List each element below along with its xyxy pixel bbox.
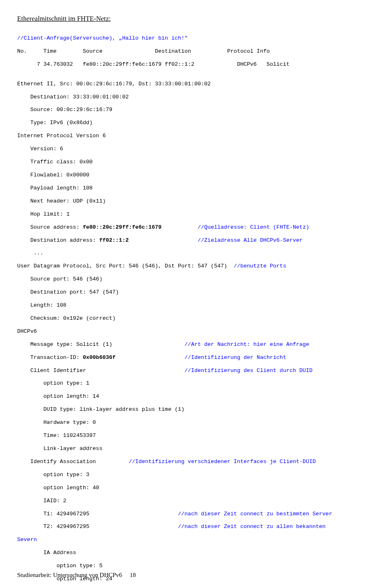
code-line: T2: 4294967295 //nach dieser Zeit connec… [17, 523, 375, 530]
comment-inline: //Identifizierung verschiedener Interfac… [129, 459, 316, 465]
comment-line: Severn [17, 537, 375, 543]
transaction-id-value: 0x00b6036f [83, 354, 116, 361]
code-line: DUID type: link-layer address plus time … [17, 406, 375, 413]
code-line: Transaction-ID: 0x00b6036f //Identifizie… [17, 354, 375, 361]
code-line: Type: IPv6 (0x86dd) [17, 120, 375, 126]
code-line: Length: 108 [17, 302, 375, 309]
code-line: Time: 1102453397 [17, 432, 375, 439]
source-address-value: fe80::20c:29ff:fe6c:1679 [83, 224, 162, 230]
code-line: Destination port: 547 (547) [17, 289, 375, 296]
code-line: Payload length: 108 [17, 185, 375, 192]
code-line: Internet Protocol Version 6 [17, 133, 375, 139]
code-line: Flowlabel: 0x00000 [17, 172, 375, 178]
section-heading: Etherealmitschnitt im FHTE-Netz: [17, 15, 375, 23]
code-line: Traffic class: 0x00 [17, 159, 375, 165]
code-line: Message type: Solicit (1) //Art der Nach… [17, 341, 375, 348]
comment-inline: //Quelladresse: Client (FHTE-Netz) [198, 224, 309, 230]
code-line: Ethernet II, Src: 00:0c:29:6c:16:79, Dst… [17, 81, 375, 87]
code-line: option type: 1 [17, 380, 375, 387]
code-line: option type: 5 [17, 563, 375, 569]
code-line: Identify Association //Identifizierung v… [17, 459, 375, 465]
code-line: Link-layer address [17, 445, 375, 452]
comment-inline: //benutzte Ports [234, 263, 286, 269]
dest-address-value: ff02::1:2 [99, 237, 129, 243]
code-line: option length: 40 [17, 485, 375, 491]
code-line: option type: 3 [17, 472, 375, 478]
page-footer: Studienarbeit: Untersuchung von DHCPv6 1… [17, 572, 136, 579]
code-line: ... [17, 250, 375, 256]
code-line: Hardware type: 0 [17, 419, 375, 426]
code-line: Source address: fe80::20c:29ff:fe6c:1679… [17, 224, 375, 231]
code-line: IA Address [17, 550, 375, 556]
code-line: DHCPv6 [17, 328, 375, 335]
code-line: option length: 14 [17, 393, 375, 400]
code-line: IAID: 2 [17, 498, 375, 504]
comment-line: //Client-Anfrage(Serversuche), „Hallo hi… [17, 35, 375, 42]
code-line: No. Time Source Destination Protocol Inf… [17, 48, 375, 55]
code-line: Destination: 33:33:00:01:00:02 [17, 94, 375, 100]
page-number: 18 [130, 572, 136, 578]
code-line: Source port: 546 (546) [17, 276, 375, 283]
code-line: Destination address: ff02::1:2 //Zieladr… [17, 237, 375, 244]
footer-text: Studienarbeit: Untersuchung von DHCPv6 [17, 572, 122, 578]
comment-inline: //nach dieser Zeit connect zu bestimmten… [178, 511, 332, 517]
code-line: Version: 6 [17, 146, 375, 152]
code-line: Next header: UDP (0x11) [17, 198, 375, 205]
comment-inline: //Identifizierung des Client durch DUID [185, 368, 312, 374]
code-line: Checksum: 0x192e (correct) [17, 315, 375, 322]
code-line: User Datagram Protocol, Src Port: 546 (5… [17, 263, 375, 270]
comment-inline: //nach dieser Zeit connect zu allen beka… [178, 523, 326, 530]
comment-inline: //Identifizierung der Nachricht [185, 354, 286, 361]
code-line: 7 34.763032 fe80::20c:29ff:fe6c:1679 ff0… [17, 61, 375, 68]
code-line: Source: 00:0c:29:6c:16:79 [17, 107, 375, 113]
code-line: T1: 4294967295 //nach dieser Zeit connec… [17, 511, 375, 517]
code-line: Client Identifier //Identifizierung des … [17, 368, 375, 374]
code-line: Hop limit: 1 [17, 211, 375, 218]
comment-inline: //Art der Nachricht: hier eine Anfrage [185, 341, 309, 347]
comment-inline: //Zieladresse Alle DHCPv6-Server [198, 237, 303, 243]
code-block: //Client-Anfrage(Serversuche), „Hallo hi… [17, 29, 375, 588]
